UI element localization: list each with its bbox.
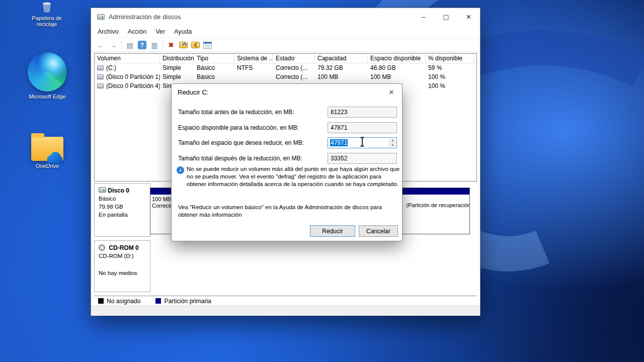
col-pct[interactable]: % disponible <box>426 54 473 63</box>
shrink-amount-label: Tamaño del espacio que desea reducir, en… <box>178 137 304 148</box>
menubar: Archivo Acción Ver Ayuda <box>91 25 480 38</box>
close-button[interactable]: ✕ <box>457 8 480 25</box>
unallocated-swatch <box>98 298 104 304</box>
cdrom-header[interactable]: CD-ROM 0 CD-ROM (D:) No hay medios <box>94 240 150 292</box>
menu-accion[interactable]: Acción <box>123 26 151 37</box>
disk0-header[interactable]: Disco 0 Básico 79.98 GB En pantalla <box>94 183 150 237</box>
cell-capacidad: 79.32 GB <box>315 64 368 71</box>
cdrom-device: CD-ROM (D:) <box>99 252 146 260</box>
partition-system[interactable]: 100 MB Correcto <box>150 188 172 234</box>
menu-ayuda[interactable]: Ayuda <box>170 26 196 37</box>
recycle-bin-glyph <box>24 1 70 13</box>
cell-distribucion: Simple <box>160 64 194 71</box>
minimize-button[interactable]: – <box>412 8 435 25</box>
disk0-name: Disco 0 <box>108 187 129 194</box>
col-espacio[interactable]: Espacio disponible <box>368 54 426 63</box>
cell-volumen: (Disco 0 Partición 4) <box>106 82 160 89</box>
help-text: Vea "Reducir un volumen básico" en la Ay… <box>178 204 389 219</box>
cell-tipo: Básico <box>194 73 234 80</box>
back-icon[interactable]: ← <box>96 41 105 50</box>
disk-icon <box>99 187 106 193</box>
cell-sistema: NTFS <box>234 64 273 71</box>
recycle-bin-label: Papelera de reciclaje <box>24 15 70 27</box>
menu-archivo[interactable]: Archivo <box>93 26 123 37</box>
window-statusbar <box>91 306 480 316</box>
cell-estado: Correcto (... <box>273 73 315 80</box>
list-view-icon[interactable] <box>203 42 212 49</box>
cell-volumen: (C:) <box>106 64 116 71</box>
col-distribucion[interactable]: Distribución <box>160 54 194 63</box>
cell-distribucion: Simple <box>160 73 194 80</box>
cell-volumen: (Disco 0 Partición 1) <box>106 73 160 80</box>
edge-logo <box>24 52 70 92</box>
edit-folder-icon[interactable] <box>191 42 200 48</box>
spinner-down-icon[interactable]: ▼ <box>389 143 396 148</box>
primary-partition-swatch <box>155 298 161 304</box>
window-title: Administración de discos <box>109 13 412 21</box>
info-text: No se puede reducir un volumen más allá … <box>187 165 400 188</box>
edge-icon[interactable]: Microsoft Edge <box>24 52 70 100</box>
cdrom-media: No hay medios <box>99 269 146 277</box>
edge-label: Microsoft Edge <box>24 94 70 100</box>
open-folder-icon[interactable] <box>179 42 188 48</box>
table-row[interactable]: (C:) Simple Básico NTFS Correcto (... 79… <box>95 63 476 72</box>
legend: No asignado Partición primaria <box>94 296 477 306</box>
onedrive-glyph <box>24 129 70 161</box>
console-tree-icon[interactable]: ▤ <box>125 41 134 50</box>
menu-ver[interactable]: Ver <box>151 26 170 37</box>
col-sistema[interactable]: Sistema de ... <box>234 54 273 63</box>
help-icon[interactable]: ? <box>138 41 146 49</box>
col-tipo[interactable]: Tipo <box>194 54 234 63</box>
col-volumen[interactable]: Volumen <box>95 54 160 63</box>
cancel-button[interactable]: Cancelar <box>359 225 398 237</box>
dialog-titlebar[interactable]: Reducir C: ✕ <box>172 84 402 100</box>
total-after-field: 33352 <box>328 153 397 164</box>
recycle-bin-icon[interactable]: Papelera de reciclaje <box>24 1 70 27</box>
delete-volume-icon[interactable]: ✖ <box>167 41 176 50</box>
properties-icon[interactable]: ▥ <box>150 41 159 50</box>
cell-tipo: Básico <box>194 64 234 71</box>
volume-icon <box>97 65 104 70</box>
cell-capacidad: 100 MB <box>315 73 368 80</box>
cdrom-icon <box>99 244 105 251</box>
toolbar: ← → ▤ ? ▥ ✖ <box>91 38 480 52</box>
disk0-type: Básico <box>99 195 146 203</box>
window-titlebar[interactable]: Administración de discos – ▢ ✕ <box>91 8 480 25</box>
onedrive-icon[interactable]: OneDrive <box>24 129 70 169</box>
col-filler <box>473 54 477 63</box>
dialog-close-icon[interactable]: ✕ <box>381 84 402 100</box>
cell-espacio: 100 MB <box>368 73 426 80</box>
toolbar-separator <box>163 41 163 49</box>
spinner-up-icon[interactable]: ▲ <box>389 138 396 143</box>
toolbar-separator <box>121 41 122 49</box>
available-shrink-field: 47871 <box>328 122 397 133</box>
cell-pct: 100 % <box>426 73 473 80</box>
total-after-label: Tamaño total después de la reducción, en… <box>178 153 302 164</box>
spinner: ▲ ▼ <box>389 138 396 147</box>
cdrom-name: CD-ROM 0 <box>109 244 138 251</box>
maximize-button[interactable]: ▢ <box>435 8 457 25</box>
dialog-title: Reducir C: <box>178 88 381 96</box>
text-cursor-icon <box>359 136 366 149</box>
volume-icon <box>97 83 104 88</box>
col-estado[interactable]: Estado <box>273 54 315 63</box>
legend-unallocated: No asignado <box>107 298 140 305</box>
total-before-field: 81223 <box>328 107 397 118</box>
shrink-button[interactable]: Reducir <box>310 225 355 237</box>
cell-estado: Correcto (... <box>273 64 315 71</box>
partition-size: 100 MB <box>152 196 170 203</box>
col-capacidad[interactable]: Capacidad <box>315 54 368 63</box>
cell-pct: 100 % <box>426 82 473 89</box>
legend-primary: Partición primaria <box>164 298 211 305</box>
partition-status: Correcto <box>152 203 170 209</box>
primary-partition-band <box>150 188 172 195</box>
cell-espacio: 46.80 GB <box>368 64 426 71</box>
total-before-label: Tamaño total antes de la reducción, en M… <box>178 107 294 118</box>
selected-value: 47871 <box>330 139 348 146</box>
forward-icon[interactable]: → <box>109 41 118 50</box>
info-icon: i <box>177 166 184 174</box>
shrink-dialog: Reducir C: ✕ Tamaño total antes de la re… <box>171 83 403 241</box>
volume-list-header: Volumen Distribución Tipo Sistema de ...… <box>95 54 476 63</box>
table-row[interactable]: (Disco 0 Partición 1) Simple Básico Corr… <box>95 72 476 81</box>
available-shrink-label: Espacio disponible para la reducción, en… <box>178 122 299 133</box>
